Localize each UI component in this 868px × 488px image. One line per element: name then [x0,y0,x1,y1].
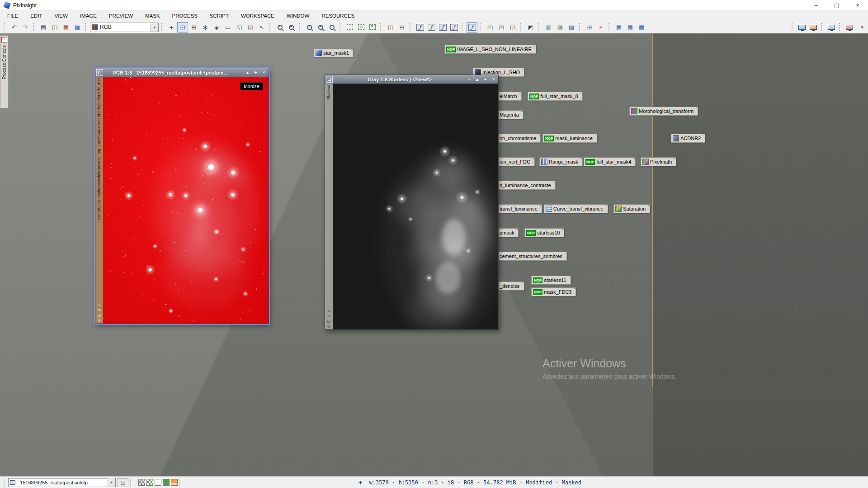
dock-right-panel-icon[interactable]: ▦ [625,22,636,33]
toolbar-grip[interactable] [792,23,794,31]
rgb-image-canvas[interactable] [103,77,269,324]
remove-mask-icon[interactable]: × [595,22,606,33]
gray-view-tab[interactable]: Starless ↘ ⊞ ◱ ◎ [325,84,333,329]
strip-resize-icon[interactable]: ↘ [98,303,101,307]
strip-copy-icon[interactable]: ◱ [327,319,331,323]
strip-copy-icon[interactable]: ◱ [98,313,101,317]
mask-invert-icon[interactable]: ▨ [566,22,577,33]
menu-process[interactable]: PROCESS [172,13,198,19]
image-window-gray[interactable]: Gray 1:8 Starless | <*new*> – ▴ + × Star… [325,75,499,330]
menu-resources[interactable]: RESOURCES [321,13,354,19]
process-icon-Curve_transf_vibrance[interactable]: Curve_transf_vibrance [544,204,608,213]
process-icon-transf_luminance[interactable]: transf_luminance [498,204,542,213]
readout-cursor-icon[interactable]: ↖ [256,22,267,33]
strip-grid-icon[interactable]: ⊞ [98,308,101,312]
statusbar-grip[interactable] [4,479,6,487]
process-icon-Pixelmath[interactable]: Pixelmath [641,157,676,166]
rgb-view-tab[interactable]: 1516899255_rsultatpostsiriletpostpix_jpg… [95,77,103,324]
select-mode-icon[interactable]: ⊡ [177,22,188,33]
toolbar-grip[interactable] [269,23,272,31]
stf-reset-icon[interactable]: ƒ [448,22,459,33]
stf-toggle-icon[interactable]: ƒ [467,22,477,33]
menu-workspace[interactable]: WORKSPACE [241,13,274,19]
menu-mask[interactable]: MASK [145,13,160,19]
minimize-button[interactable]: – [806,0,826,11]
strip-target-icon[interactable]: ◎ [327,324,330,328]
strip-grid-icon[interactable]: ⊞ [327,314,330,318]
pattern-swatch-green[interactable] [163,479,170,486]
process-icon-starless11[interactable]: NOPstarless11 [531,276,571,285]
undo-button[interactable]: ↶ [9,22,19,33]
toolbar-grip[interactable] [579,23,582,31]
expand-views-icon[interactable]: ∗ [200,22,211,33]
stf-edit-icon[interactable]: ƒ [437,22,448,33]
process-icon-pmask[interactable]: pmask [498,228,519,237]
process-icon-mask_luminance[interactable]: NOPmask_luminance [542,134,597,143]
toolbar-grip[interactable] [85,23,88,31]
process-icon-Saturation[interactable]: Saturation [613,204,650,213]
process-icon-ion_vert_FDC[interactable]: ion_vert_FDC [498,157,535,166]
image-window-rgb[interactable]: RGB 1:8 _1516899255_rsultatpostsiriletpo… [95,68,269,324]
pattern-swatch-white[interactable] [155,479,161,486]
tile-columns-icon[interactable]: ◫ [385,22,396,33]
shade-button[interactable]: ▴ [475,75,480,83]
window-menu-icon[interactable] [96,69,103,76]
pan-mode-icon[interactable]: + [166,22,177,33]
menu-file[interactable]: FILE [7,13,18,19]
tile-rows-icon[interactable]: ⊟ [396,22,407,33]
monitor-3-icon[interactable] [826,22,837,33]
edit-preview-icon[interactable] [356,22,367,33]
process-icon-Morphological_transform[interactable]: Morphological_transform [629,107,698,116]
menu-preview[interactable]: PREVIEW [109,13,133,19]
monitor-4-icon[interactable] [844,22,855,33]
monitor-1-icon[interactable] [797,22,807,33]
gray-image-canvas[interactable] [333,84,498,329]
zoom-one-to-one-icon[interactable] [326,22,337,33]
pattern-swatch-green-checker[interactable] [146,479,153,486]
process-icon-full_star_mask4[interactable]: NOPfull_star_mask4 [584,157,636,166]
toolbar-grip[interactable] [299,23,302,31]
toolbar-grip[interactable] [480,23,482,31]
view-explorer-icon[interactable]: ◫ [49,22,60,33]
duplicate-window-icon[interactable]: ◱ [234,22,245,33]
toolbar-overflow-button[interactable]: » [858,24,866,30]
toolbar-grip[interactable] [821,23,824,31]
process-icon-on_chromatisme[interactable]: on_chromatisme [498,134,541,143]
process-icon-ACDNR2[interactable]: ACDNR2 [671,134,705,143]
maximize-button[interactable]: ▢ [826,0,847,11]
menu-edit[interactable]: EDIT [30,13,42,19]
stf-auto-icon[interactable]: ƒ [426,22,437,33]
histogram-panel-icon[interactable]: ▥ [543,22,554,33]
process-icon-Magenta[interactable]: Magenta [498,110,524,119]
center-view-icon[interactable]: ◈ [211,22,222,33]
zoom-out-icon[interactable]: − [286,22,297,33]
statusbar-grip[interactable] [179,479,182,487]
workspace[interactable]: Activer Windows Accédez aux paramètres p… [0,33,868,476]
new-preview-icon[interactable] [344,22,355,33]
dock-bottom-panel-icon[interactable]: ▦ [636,22,647,33]
zoom-in-icon[interactable]: + [274,22,285,33]
toolbar-grip[interactable] [380,23,383,31]
toolbar-grip[interactable] [4,23,6,31]
color-channels-icon[interactable]: ▦ [61,22,71,33]
close-window-icon[interactable]: × [261,69,266,76]
new-window-icon[interactable]: ▭ [222,22,233,33]
toolbar-grip[interactable] [520,23,523,31]
mask-enable-icon[interactable]: ⊞ [584,22,595,33]
stf-track-icon[interactable]: ƒ [415,22,425,33]
iconize-button[interactable]: – [237,69,242,76]
strip-resize-icon[interactable]: ↘ [327,309,330,313]
menu-script[interactable]: SCRIPT [210,13,229,19]
process-icon-IMAGE_L_SHO_NON_LINEAIRE[interactable]: NOPIMAGE_L_SHO_NON_LINEAIRE [444,45,536,54]
dock-left-panel-icon[interactable]: ▦ [613,22,624,33]
screen-transfer-icon[interactable]: ▩ [72,22,83,33]
toolbar-grip[interactable] [33,23,36,31]
process-icon-mask_FDC3[interactable]: NOPmask_FDC3 [531,287,576,296]
shade-button[interactable]: ▴ [245,69,250,76]
process-icon-Range_mask[interactable]: Range_mask [539,157,583,166]
duplicate-view-button[interactable]: ◫ [118,478,128,487]
menu-image[interactable]: IMAGE [80,13,97,19]
rgb-image-content[interactable] [103,77,269,324]
toolbar-grip[interactable] [462,23,464,31]
redo-button[interactable]: ↷ [20,22,31,33]
